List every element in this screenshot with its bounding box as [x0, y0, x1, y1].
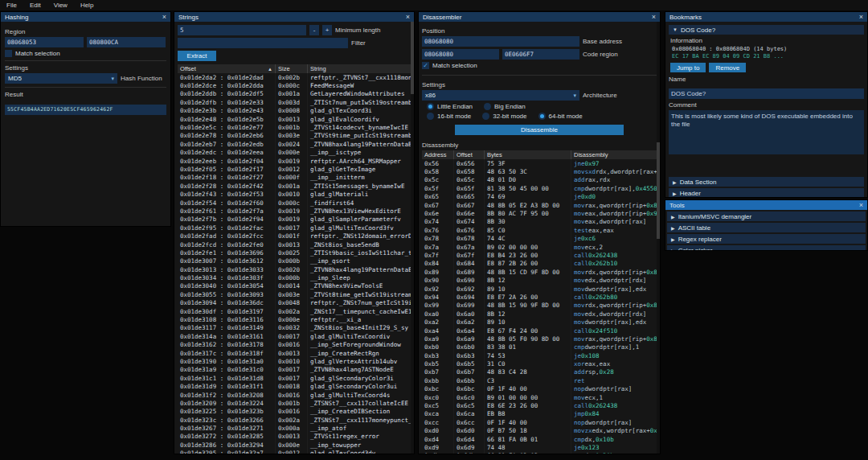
disasm-row[interactable]: 0x560x65675 3Fjne 0x97 [422, 159, 657, 167]
big-endian-radio[interactable] [484, 103, 491, 110]
disassembler-titlebar[interactable]: Disassembler × [419, 12, 660, 22]
string-row[interactable]: 0x01de2da2 : 0x01de2dad0x002breftptr._ZT… [178, 73, 411, 81]
close-icon[interactable]: × [859, 202, 863, 209]
offset-header[interactable]: Offset [180, 65, 196, 72]
string-row[interactable]: 0x01de2f7b : 0x01de2f940x0019glad_glSamp… [178, 216, 411, 224]
disasm-row[interactable]: 0x920x69289 10mov dword ptr [rax], edx [422, 285, 657, 293]
string-row[interactable]: 0x01de2fad : 0x01de2fcc0x001freftptr._ZN… [178, 232, 411, 240]
disasm-row[interactable]: 0xd00x6d00F B7 50 18movzx edx, word ptr … [422, 427, 657, 435]
disasm-row[interactable]: 0x5c0x65c48 01 D0add rax, rdx [422, 176, 657, 184]
string-row[interactable]: 0x01de3013 : 0x01de30330x0020_ZTVN8hax4l… [178, 265, 411, 273]
hash-result-field[interactable] [5, 105, 166, 115]
string-row[interactable]: 0x01de3209 : 0x01de32240x001b_ZTSNSt7__c… [178, 399, 411, 407]
disasm-row[interactable]: 0xc50x6c5E8 6E 23 26 00call 0x262438 [422, 401, 657, 409]
region-start-input[interactable] [5, 37, 84, 47]
tool-itanium-msvc-demangler[interactable]: ▶Itanium/MSVC demangler [667, 212, 866, 221]
hash-function-select[interactable]: MD5 ▾ [5, 73, 117, 84]
disasm-row[interactable]: 0xa90x6a948 8B 05 F0 90 8D 00mov rax, qw… [422, 335, 657, 343]
disasm-row[interactable]: 0x7f0x67fE8 B4 23 26 00call 0x262438 [422, 251, 657, 259]
disasm-row[interactable]: 0x760x67685 C0test eax, eax [422, 226, 657, 234]
string-row[interactable]: 0x01de2f18 : 0x01de2f270x000f__imp__init… [178, 174, 411, 182]
scrollbar-thumb[interactable] [657, 142, 660, 239]
string-row[interactable]: 0x01de2dce : 0x01de2dda0x000cFeedMessage… [178, 81, 411, 89]
string-row[interactable]: 0x01de323c : 0x01de32660x002a_ZTSNSt7__c… [178, 416, 411, 424]
string-row[interactable]: 0x01de2e5c : 0x01de2e770x001b_ZTVSt14cod… [178, 123, 411, 131]
disasm-scrollbar[interactable] [657, 22, 660, 454]
string-row[interactable]: 0x01de3117 : 0x01de31490x0032_ZNSt8ios_b… [178, 324, 411, 332]
string-row[interactable]: 0x01de31a9 : 0x01de31c00x0017_ZTVN8hax4l… [178, 366, 411, 374]
increment-button[interactable]: + [322, 25, 332, 35]
disasm-row[interactable]: 0xca0x6caEB B8jmp 0x84 [422, 410, 657, 418]
disasm-row[interactable]: 0xb70x6b748 83 C4 28add rsp, 0x28 [422, 368, 657, 376]
base-address-input[interactable] [422, 36, 579, 47]
bookmark-dos-code-header[interactable]: ▼ DOS Code? [669, 25, 864, 35]
string-row[interactable]: 0x01de2e48 : 0x01de2e5b0x0013glad_glEval… [178, 115, 411, 123]
string-header[interactable]: String [308, 64, 411, 73]
offset-header[interactable]: Offset [454, 150, 485, 159]
match-selection-checkbox[interactable]: ✓ [422, 62, 429, 69]
disasm-row[interactable]: 0xa20x6a289 10mov dword ptr [rax], edx [422, 318, 657, 326]
disasm-row[interactable]: 0xbb0x6bbC3ret [422, 376, 657, 384]
jump-to-button[interactable]: Jump to [670, 63, 706, 72]
disasm-row[interactable]: 0xbc0x6bc0F 1F 40 00nop dword ptr [rax] [422, 385, 657, 393]
string-row[interactable]: 0x01de2fcd : 0x01de2fe00x0013_ZNSt8ios_b… [178, 240, 411, 248]
disasm-row[interactable]: 0xb00x6b083 38 01cmp dword ptr [rax], 1 [422, 343, 657, 351]
string-row[interactable]: 0x01de3272 : 0x01de32850x0013_ZTVSt11reg… [178, 433, 411, 441]
string-row[interactable]: 0x01de3295 : 0x01de32a70x0012glad_glTexC… [178, 450, 411, 454]
disasm-row[interactable]: 0xb50x6b531 C0xor eax, eax [422, 359, 657, 368]
string-row[interactable]: 0x01de2ddb : 0x01de2df50x001aGetLayeredW… [178, 90, 411, 98]
string-row[interactable]: 0x01de2f61 : 0x01de2f7a0x0019_ZTVN8hex13… [178, 207, 411, 215]
string-row[interactable]: 0x01de2f95 : 0x01de2fac0x0017glad_glMult… [178, 224, 411, 232]
string-row[interactable]: 0x01de3034 : 0x01de303f0x000b__imp_Sleep [178, 273, 411, 281]
16-bit-mode-radio[interactable] [427, 113, 434, 120]
string-row[interactable]: 0x01de2f28 : 0x01de2f420x001a_ZTISt15mes… [178, 182, 411, 190]
string-row[interactable]: 0x01de2fe1 : 0x01de36960x0025_ZTISt9basi… [178, 248, 411, 257]
decrement-button[interactable]: - [309, 25, 319, 35]
disasm-row[interactable]: 0xa00x6a08B 12mov edx, dword ptr [rdx] [422, 310, 657, 318]
disasm-row[interactable]: 0x650x66574 69je 0xd0 [422, 193, 657, 201]
disasm-row[interactable]: 0xd40x6d466 81 FA 0B 01cmp dx, 0x10b [422, 435, 657, 443]
bookmark-header-header[interactable]: ▶Header [669, 188, 864, 197]
disasm-row[interactable]: 0xdb0x6db66 81 FA 0B 02cmp dx, 0x20b [422, 452, 657, 454]
strings-titlebar[interactable]: Strings × [174, 12, 414, 22]
32-bit-mode-radio[interactable] [482, 113, 489, 120]
disasm-row[interactable]: 0x990x69948 8B 15 90 9F 8D 00mov rdx, qw… [422, 302, 657, 310]
disasm-row[interactable]: 0xd90x6d974 48je 0x123 [422, 443, 657, 451]
string-row[interactable]: 0x01de317c : 0x01de318f0x0013__imp_Creat… [178, 349, 411, 357]
disasm-table-header[interactable]: Address Offset Bytes Disassembly [422, 150, 657, 159]
strings-scrollbar[interactable] [411, 22, 414, 454]
little-endian-radio[interactable] [427, 103, 434, 110]
tool-color-picker[interactable]: ▶Color picker [667, 245, 866, 250]
disasm-row[interactable]: 0x740x6748B 30mov eax, dword ptr [rax] [422, 218, 657, 226]
string-row[interactable]: 0x01de3007 : 0x01de36120x000b__imp_qsort [178, 257, 411, 265]
menu-item-file[interactable]: File [6, 2, 17, 9]
menu-item-help[interactable]: Help [80, 2, 93, 9]
size-header[interactable]: Size [276, 64, 308, 73]
menu-item-view[interactable]: View [54, 2, 68, 9]
string-row[interactable]: 0x01de2f05 : 0x01de2f170x0012glad_glGetT… [178, 165, 411, 173]
64-bit-mode-radio[interactable] [538, 113, 546, 120]
bookmark-comment-input[interactable]: This is most likely some kind of DOS exe… [669, 110, 864, 154]
remove-button[interactable]: Remove [709, 63, 746, 72]
close-icon[interactable]: × [859, 14, 863, 21]
string-row[interactable]: 0x01de3225 : 0x01de323b0x0016__imp_Creat… [178, 408, 411, 416]
disasm-row[interactable]: 0x890x68948 8B 15 CD 9F 8D 00mov rdx, qw… [422, 268, 657, 276]
code-region-start-input[interactable] [422, 49, 499, 60]
disasm-row[interactable]: 0x5f0x65f81 38 50 45 00 00cmp dword ptr … [422, 184, 657, 192]
disasm-row[interactable]: 0x900x6908B 12mov edx, dword ptr [rdx] [422, 276, 657, 284]
string-row[interactable]: 0x01de2e3b : 0x01de2e430x0008glad_glTexC… [178, 107, 411, 115]
string-row[interactable]: 0x01de2eeb : 0x01de2f040x0019reftptr.AAr… [178, 157, 411, 165]
bookmark-data-section-header[interactable]: ▶Data Section [669, 177, 864, 187]
hashing-titlebar[interactable]: Hashing × [1, 12, 170, 22]
string-row[interactable]: 0x01de3267 : 0x01de32710x000a__imp_atof [178, 424, 411, 432]
scrollbar-thumb[interactable] [411, 22, 414, 94]
tool-ascii-table[interactable]: ▶ASCII table [667, 223, 866, 232]
string-row[interactable]: 0x01de31f2 : 0x01de32080x0016glad_glMult… [178, 391, 411, 399]
code-region-end-input[interactable] [502, 49, 579, 60]
string-row[interactable]: 0x01de3286 : 0x01de32940x000e__imp_towup… [178, 441, 411, 449]
address-header[interactable]: Address [422, 150, 454, 159]
bytes-header[interactable]: Bytes [485, 150, 571, 159]
string-row[interactable]: 0x01de31c1 : 0x01de31d80x0017glad_glSeco… [178, 374, 411, 382]
string-row[interactable]: 0x01de3190 : 0x01de31a00x0010glad_glVert… [178, 357, 411, 365]
string-row[interactable]: 0x01de2f54 : 0x01de2f600x000c_findfirst6… [178, 199, 411, 207]
